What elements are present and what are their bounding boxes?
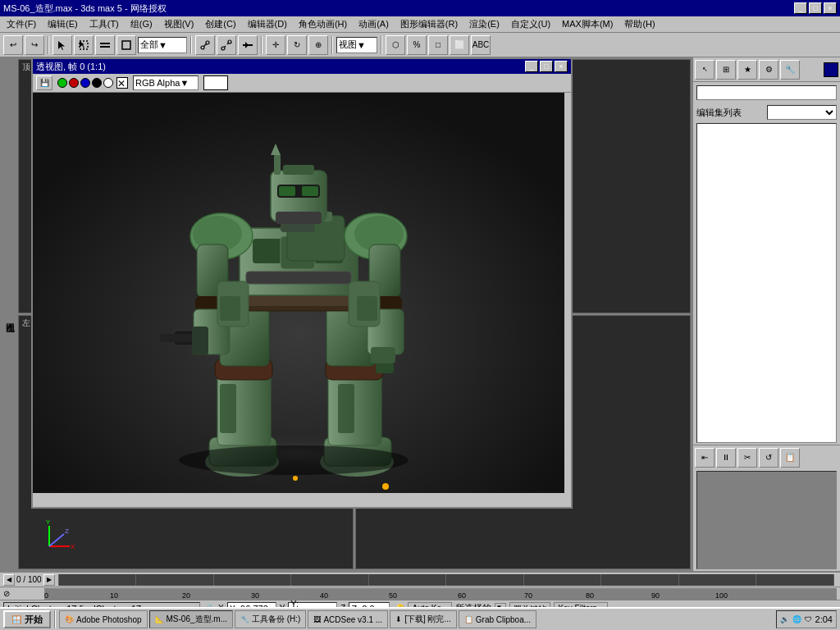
- right-bottom-btn-5[interactable]: 📋: [780, 448, 800, 468]
- edit-set-row: 编辑集列表: [693, 103, 840, 121]
- edit-set-label: 编辑集列表: [696, 107, 765, 119]
- svg-rect-58: [279, 186, 295, 196]
- render-minimize[interactable]: _: [525, 61, 538, 72]
- timeline-frame-display: 0 / 100: [16, 575, 42, 584]
- svg-rect-25: [328, 372, 381, 445]
- channel-close[interactable]: ✕: [116, 77, 128, 89]
- channel-red: [69, 78, 79, 88]
- toolbar-extra-5[interactable]: ABC: [471, 35, 491, 55]
- unlink-btn[interactable]: [217, 35, 236, 55]
- svg-rect-65: [220, 296, 240, 321]
- svg-text:50: 50: [389, 591, 397, 600]
- link-btn[interactable]: [195, 35, 215, 55]
- right-search-input[interactable]: [696, 85, 837, 100]
- menu-file[interactable]: 文件(F): [2, 16, 41, 32]
- svg-text:70: 70: [524, 591, 532, 600]
- edit-set-dropdown[interactable]: [767, 105, 838, 120]
- menu-render[interactable]: 渲染(E): [464, 16, 504, 32]
- main-area: 透视图 顶 前 左 透视 透视图, 帧 0 (1:1) _: [0, 57, 840, 571]
- svg-rect-46: [160, 334, 193, 342]
- menu-group[interactable]: 组(G): [126, 16, 158, 32]
- svg-rect-20: [220, 384, 236, 433]
- timeline-next[interactable]: ▶: [43, 574, 55, 586]
- menu-editor[interactable]: 编辑器(D): [243, 16, 292, 32]
- rotate-btn[interactable]: ↻: [287, 35, 307, 55]
- right-bottom-btn-1[interactable]: ⇤: [695, 448, 714, 468]
- svg-line-12: [227, 43, 229, 44]
- svg-point-70: [293, 476, 298, 481]
- right-bottom-btn-4[interactable]: ↺: [759, 448, 778, 468]
- menu-create[interactable]: 创建(C): [200, 16, 240, 32]
- timeline-prev[interactable]: ◀: [3, 574, 15, 586]
- toolbar-separator-1: [48, 36, 49, 54]
- svg-point-9: [221, 47, 225, 50]
- toolbar-btn-3[interactable]: [95, 35, 115, 55]
- menu-customize[interactable]: 自定义(U): [506, 16, 555, 32]
- timeline-track[interactable]: [58, 574, 833, 586]
- app-title: MS-06_造型.max - 3ds max 5 - 网络授权: [3, 2, 167, 15]
- maximize-button[interactable]: □: [809, 2, 822, 14]
- right-btn-5[interactable]: 🔧: [780, 60, 800, 80]
- taskbar-grabclip[interactable]: 📋 Grab Clipboa...: [459, 610, 536, 628]
- render-window-title: 透视图, 帧 0 (1:1): [36, 61, 106, 73]
- svg-text:80: 80: [586, 591, 594, 600]
- taskbar: 🪟 开始 🎨 Adobe Photoshop 📐 MS-06_造型.m... 🔧…: [0, 607, 840, 630]
- right-btn-1[interactable]: ↖: [695, 60, 714, 80]
- render-save[interactable]: 💾: [36, 75, 52, 90]
- menu-edit[interactable]: 编辑(E): [43, 16, 83, 32]
- region-select-btn[interactable]: [74, 35, 94, 55]
- menu-maxscript[interactable]: MAX脚本(M): [557, 16, 618, 32]
- taskbar-tools[interactable]: 🔧 工具备份 (H:): [235, 610, 306, 628]
- toolbar-separator-3: [261, 36, 262, 54]
- render-close[interactable]: ×: [555, 61, 568, 72]
- move-btn[interactable]: ✛: [266, 35, 285, 55]
- taskbar-system-tray: 🔊 🌐 🛡 2:04: [776, 610, 837, 628]
- menu-graph-editor[interactable]: 图形编辑器(R): [395, 16, 463, 32]
- svg-line-8: [204, 43, 207, 46]
- toolbar-extra-4[interactable]: ⬜: [450, 35, 469, 55]
- select-btn[interactable]: [52, 35, 72, 55]
- svg-point-69: [382, 483, 389, 490]
- minimize-button[interactable]: _: [794, 2, 807, 14]
- taskbar-photoshop[interactable]: 🎨 Adobe Photoshop: [59, 610, 148, 628]
- start-button[interactable]: 🪟 开始: [3, 610, 51, 628]
- svg-point-6: [201, 46, 204, 49]
- render-maximize[interactable]: □: [540, 61, 553, 72]
- right-btn-4[interactable]: ⚙: [759, 60, 778, 80]
- right-toolbar: ↖ ⊞ ★ ⚙ 🔧: [693, 57, 840, 82]
- right-bottom-btn-3[interactable]: ✂: [737, 448, 757, 468]
- color-swatch[interactable]: [824, 62, 838, 77]
- svg-rect-54: [376, 363, 394, 373]
- toolbar-extra-1[interactable]: ⬡: [386, 35, 405, 55]
- menu-help[interactable]: 帮助(H): [619, 16, 660, 32]
- toolbar-btn-2[interactable]: ↪: [25, 35, 44, 55]
- render-image: [33, 93, 564, 493]
- taskbar-3dsmax[interactable]: 📐 MS-06_造型.m...: [149, 610, 233, 628]
- close-button[interactable]: ×: [824, 2, 837, 14]
- svg-rect-3: [100, 43, 110, 44]
- svg-text:40: 40: [320, 591, 328, 600]
- toolbar-btn-4[interactable]: [116, 35, 136, 55]
- view-dropdown[interactable]: 视图▼: [336, 37, 377, 53]
- toolbar-extra-2[interactable]: %: [407, 35, 427, 55]
- menu-animation[interactable]: 动画(A): [354, 16, 394, 32]
- taskbar-acdsee[interactable]: 🖼 ACDSee v3.1 ...: [308, 610, 388, 628]
- menu-tools[interactable]: 工具(T): [84, 16, 124, 32]
- right-bottom-btn-2[interactable]: ⏸: [716, 448, 736, 468]
- toolbar-extra-3[interactable]: □: [428, 35, 448, 55]
- svg-rect-4: [100, 46, 110, 48]
- svg-rect-26: [338, 384, 354, 433]
- color-mode-dropdown[interactable]: RGB Alpha▼: [133, 75, 199, 90]
- right-list-area[interactable]: [696, 123, 837, 443]
- right-btn-3[interactable]: ★: [737, 60, 757, 80]
- render-window: 透视图, 帧 0 (1:1) _ □ × 💾 ✕: [31, 57, 573, 509]
- toolbar-btn-1[interactable]: ↩: [3, 35, 23, 55]
- bind-btn[interactable]: [238, 35, 258, 55]
- menu-view[interactable]: 视图(V): [159, 16, 199, 32]
- right-btn-2[interactable]: ⊞: [716, 60, 736, 80]
- select-dropdown[interactable]: 全部▼: [138, 37, 187, 53]
- color-preview-box: [203, 75, 228, 90]
- scale-btn[interactable]: ⊕: [308, 35, 328, 55]
- taskbar-download[interactable]: ⬇ [下载] 刚完...: [390, 610, 457, 628]
- menu-character[interactable]: 角色动画(H): [294, 16, 352, 32]
